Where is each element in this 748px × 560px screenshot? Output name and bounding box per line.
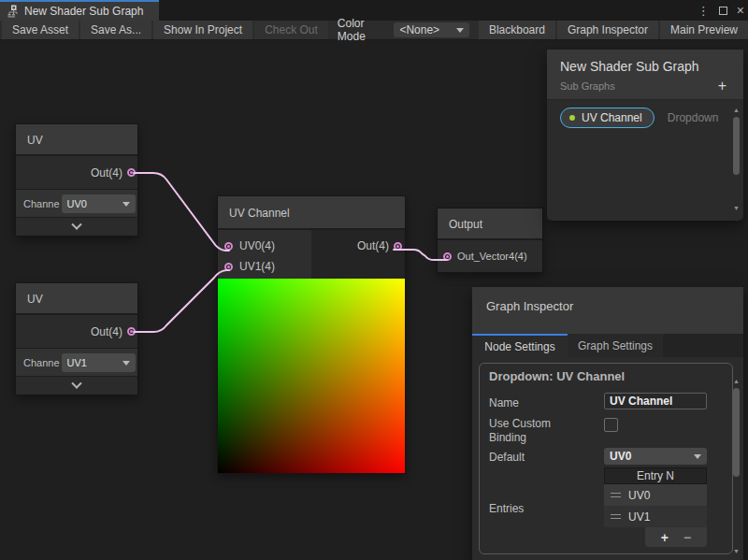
output-port[interactable] — [127, 327, 136, 336]
port-label: Out_Vector4(4) — [457, 251, 527, 262]
remove-entry-button[interactable]: − — [683, 531, 691, 544]
channel-label: Channe — [23, 357, 60, 368]
chevron-down-icon — [694, 454, 701, 459]
entries-column-header: Entry N — [604, 467, 707, 484]
blackboard-scrollbar[interactable]: ▲ ▼ — [731, 106, 741, 213]
scroll-up-icon[interactable]: ▲ — [733, 106, 740, 115]
entry-row-uv1[interactable]: UV1 — [604, 506, 707, 527]
blackboard-header: New Shader Sub Graph Sub Graphs + — [547, 50, 743, 100]
close-icon[interactable]: × — [737, 4, 744, 17]
node-title: UV — [16, 283, 137, 315]
blackboard-body: UV Channel Dropdown ▲ ▼ — [547, 100, 743, 221]
output-node[interactable]: Output Out_Vector4(4) — [438, 208, 542, 272]
main-preview-toggle-button[interactable]: Main Preview — [660, 21, 748, 39]
scrollbar-thumb[interactable] — [733, 117, 740, 175]
chevron-down-icon — [71, 378, 81, 388]
window-menu-icon[interactable]: ⋮ — [698, 4, 710, 18]
graph-inspector-panel[interactable]: Graph Inspector Node Settings Graph Sett… — [472, 287, 743, 560]
save-asset-button[interactable]: Save Asset — [2, 21, 79, 39]
show-in-project-button[interactable]: Show In Project — [153, 21, 252, 39]
port-label: Out(4) — [91, 166, 122, 179]
window-controls: ⋮ × — [698, 0, 744, 21]
inspector-tabs: Node Settings Graph Settings — [472, 334, 743, 357]
chevron-down-icon — [456, 28, 464, 33]
scroll-down-icon[interactable]: ▼ — [733, 204, 740, 213]
check-out-button: Check Out — [254, 21, 328, 39]
blackboard-subtitle: Sub Graphs — [560, 80, 718, 92]
default-label: Default — [489, 451, 525, 464]
port-label: Out(4) — [357, 239, 389, 252]
node-settings-section: Dropdown: UV Channel Name UV Channel Use… — [479, 363, 733, 554]
node-title: UV — [16, 124, 137, 156]
entries-list-footer: + − — [645, 527, 707, 547]
channel-dropdown[interactable]: UV0 — [62, 194, 136, 213]
collapse-previews-button[interactable] — [16, 376, 137, 395]
scroll-up-icon[interactable]: ▲ — [733, 377, 740, 386]
save-as-button[interactable]: Save As... — [80, 21, 151, 39]
exposed-dot-icon — [569, 115, 575, 121]
node-title: Output — [438, 208, 542, 240]
blackboard-toggle-button[interactable]: Blackboard — [479, 21, 555, 39]
input-port[interactable] — [443, 252, 452, 261]
tab-node-settings[interactable]: Node Settings — [472, 334, 568, 357]
output-port[interactable] — [394, 242, 402, 251]
graph-canvas[interactable]: UV Out(4) Channe UV0 UV Out(4) — [0, 40, 748, 560]
add-property-button[interactable]: + — [718, 80, 732, 92]
use-custom-binding-label: Use Custom Binding — [489, 417, 587, 445]
drag-handle-icon[interactable] — [611, 514, 621, 519]
property-pill-uv-channel[interactable]: UV Channel — [560, 108, 654, 128]
document-tab[interactable]: New Shader Sub Graph — [0, 0, 159, 21]
graph-inspector-toggle-button[interactable]: Graph Inspector — [557, 21, 658, 39]
channel-label: Channe — [23, 198, 60, 209]
uv-gradient-preview — [218, 279, 405, 473]
inspector-scrollbar[interactable]: ▲ ▼ — [731, 377, 741, 556]
add-entry-button[interactable]: + — [661, 531, 669, 544]
tab-graph-settings[interactable]: Graph Settings — [568, 334, 663, 357]
blackboard-panel[interactable]: New Shader Sub Graph Sub Graphs + UV Cha… — [547, 50, 743, 220]
drag-handle-icon[interactable] — [611, 493, 621, 497]
uv-channel-node[interactable]: UV Channel UV0(4) UV1(4) Out(4) — [218, 196, 405, 473]
chevron-down-icon — [122, 202, 130, 207]
edge-uv1-to-uv0 — [134, 173, 229, 251]
entries-label: Entries — [489, 502, 524, 515]
name-field[interactable]: UV Channel — [604, 393, 707, 409]
color-mode-dropdown[interactable]: <None> — [394, 22, 468, 37]
blackboard-title: New Shader Sub Graph — [560, 59, 732, 74]
default-dropdown[interactable]: UV0 — [604, 448, 707, 465]
property-row: UV Channel Dropdown — [547, 100, 743, 128]
name-label: Name — [489, 396, 519, 409]
port-label: Out(4) — [91, 325, 122, 338]
edge-uv2-to-uv1 — [134, 270, 229, 332]
chevron-down-icon — [71, 219, 81, 229]
color-mode-label: Color Mode — [330, 21, 393, 39]
uv-node-1[interactable]: UV Out(4) Channe UV0 — [16, 124, 137, 236]
chevron-down-icon — [122, 361, 130, 366]
output-port[interactable] — [127, 168, 136, 177]
entry-row-uv0[interactable]: UV0 — [604, 484, 707, 506]
property-type-label: Dropdown — [668, 111, 719, 124]
scroll-down-icon[interactable]: ▼ — [733, 547, 740, 556]
node-title: UV Channel — [218, 196, 405, 230]
shader-graph-window: New Shader Sub Graph ⋮ × Save Asset Save… — [0, 0, 748, 560]
toolbar: Save Asset Save As... Show In Project Ch… — [0, 21, 748, 40]
inspector-title: Graph Inspector — [472, 287, 743, 334]
channel-dropdown[interactable]: UV1 — [62, 353, 136, 372]
maximize-icon[interactable] — [719, 2, 727, 19]
uv-node-2[interactable]: UV Out(4) Channe UV1 — [16, 283, 137, 395]
port-label: UV1(4) — [239, 260, 275, 273]
collapse-previews-button[interactable] — [16, 217, 137, 236]
section-title: Dropdown: UV Channel — [489, 369, 625, 383]
port-label: UV0(4) — [239, 239, 275, 252]
scrollbar-thumb[interactable] — [733, 388, 740, 477]
use-custom-binding-checkbox[interactable] — [604, 418, 618, 432]
input-port-uv1[interactable] — [224, 263, 233, 271]
input-port-uv0[interactable] — [224, 242, 233, 251]
tab-title: New Shader Sub Graph — [24, 5, 143, 18]
shader-sub-graph-icon — [6, 5, 19, 18]
